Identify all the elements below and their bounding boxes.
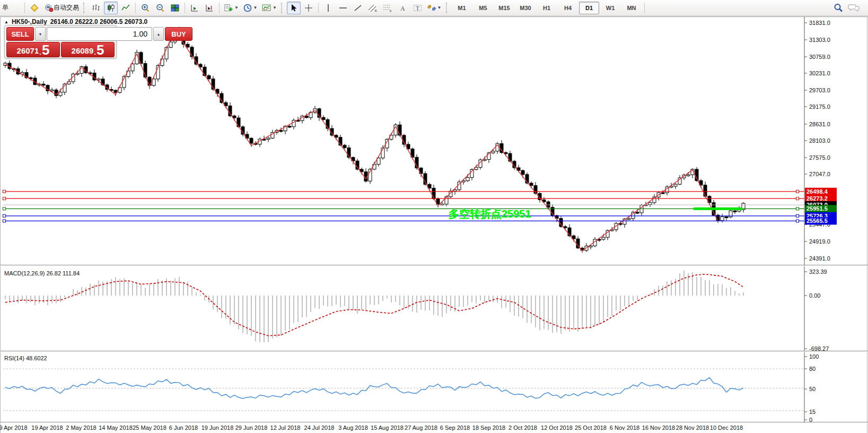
- trendline-tool-button[interactable]: [351, 2, 365, 14]
- dropdown-caret: ▼: [437, 5, 442, 10]
- buy-button[interactable]: BUY: [165, 27, 192, 41]
- alerts-button[interactable]: [28, 2, 41, 14]
- line-handle[interactable]: [3, 197, 6, 200]
- toolbar: 订单 自动交易: [0, 0, 868, 16]
- collapse-triangle-icon[interactable]: ▲: [4, 20, 8, 24]
- chart-shift-button[interactable]: [203, 2, 216, 14]
- volume-increase-button[interactable]: ▲: [153, 27, 164, 41]
- zoom-out-button[interactable]: [153, 2, 167, 14]
- vertical-line-tool-button[interactable]: [321, 2, 335, 14]
- zoom-out-icon: [156, 4, 165, 12]
- date-tick-label: 19 Jun 2018: [201, 425, 234, 431]
- sell-button[interactable]: SELL: [6, 27, 34, 41]
- date-tick-label: 9 Apr 2018: [0, 425, 28, 431]
- date-tick-label: 19 Apr 2018: [31, 425, 63, 431]
- indicators-button[interactable]: ▼: [260, 2, 278, 14]
- line-handle[interactable]: [796, 214, 799, 217]
- svg-text:F: F: [390, 9, 392, 12]
- date-tick-label: 29 Jun 2018: [235, 425, 268, 431]
- line-handle[interactable]: [796, 220, 799, 222]
- period-clock-button[interactable]: ▼: [241, 2, 259, 14]
- arrows-tool-button[interactable]: ▼: [425, 2, 443, 14]
- line-handle[interactable]: [796, 197, 799, 200]
- volume-input[interactable]: [47, 27, 152, 41]
- thick-green-trend-segment[interactable]: [694, 207, 742, 210]
- cursor-arrow-icon: [290, 4, 297, 12]
- auto-scroll-button[interactable]: [188, 2, 201, 14]
- arrow-shapes-icon: [427, 4, 436, 12]
- crosshair-icon: [304, 4, 313, 12]
- pane-separator[interactable]: [0, 265, 868, 265]
- pane-separator[interactable]: [0, 351, 868, 351]
- horizontal-line-tool-button[interactable]: [336, 2, 350, 14]
- search-button[interactable]: [831, 2, 845, 14]
- pane-separator-highlight: [0, 351, 868, 352]
- tile-windows-button[interactable]: [168, 2, 182, 14]
- channel-tool-button[interactable]: E: [366, 2, 380, 14]
- chart-plot-area[interactable]: [0, 16, 868, 433]
- separator: [644, 3, 645, 13]
- timeframe-button-m5[interactable]: M5: [473, 2, 493, 14]
- rsi-tick-label: 0: [809, 417, 812, 423]
- trendline-icon: [354, 4, 362, 12]
- ohlc-values-label: 26146.0 26222.0 26006.5 26073.0: [50, 18, 148, 25]
- macd-tick-label: 0.00: [809, 292, 820, 299]
- buy-price-button[interactable]: 26089 . 5: [61, 42, 115, 57]
- line-handle[interactable]: [796, 190, 799, 193]
- zoom-in-button[interactable]: [138, 2, 152, 14]
- candlestick-chart-button[interactable]: [104, 2, 118, 14]
- date-tick-label: 3 Aug 2018: [338, 425, 368, 431]
- line-handle[interactable]: [3, 190, 6, 193]
- date-tick-label: 6 Nov 2018: [610, 425, 639, 431]
- date-tick-label: 12 Jul 2018: [270, 425, 301, 431]
- horizontal-line-icon: [338, 4, 348, 12]
- auto-trading-button[interactable]: 自动交易: [42, 2, 81, 14]
- price-tick-label: 29703.0: [809, 87, 830, 93]
- price-tick-label: 27575.0: [809, 154, 830, 161]
- line-handle[interactable]: [796, 207, 799, 210]
- timeframe-button-m1[interactable]: M1: [452, 2, 472, 14]
- new-order-button[interactable]: ▼: [222, 2, 240, 14]
- level-price-axis-label: 26273.2: [806, 195, 828, 202]
- line-chart-button[interactable]: [119, 2, 133, 14]
- timeframe-button-h1[interactable]: H1: [537, 2, 557, 14]
- turning-point-annotation: 多空转折点25951: [449, 207, 531, 221]
- timeframe-button-h4[interactable]: H4: [558, 2, 578, 14]
- sell-price-button[interactable]: 26071 . 5: [6, 42, 60, 57]
- pane-separator[interactable]: [0, 422, 868, 422]
- timeframe-button-m15[interactable]: M15: [494, 2, 514, 14]
- search-icon: [834, 3, 843, 13]
- text-label-tool-button[interactable]: T: [410, 2, 424, 14]
- timeframe-button-m30[interactable]: M30: [515, 2, 536, 14]
- mt4-window: 订单 自动交易: [0, 0, 868, 433]
- price-tick-label: 30759.0: [809, 54, 830, 60]
- timeframe-button-w1[interactable]: W1: [600, 2, 620, 14]
- price-tick-label: 29175.0: [809, 103, 830, 110]
- separator: [318, 3, 319, 13]
- line-handle[interactable]: [3, 220, 6, 222]
- timeframe-button-mn[interactable]: MN: [621, 2, 642, 14]
- rsi-tick-label: 15: [809, 409, 816, 415]
- toolbar-grip: [281, 3, 284, 13]
- comments-button[interactable]: [846, 2, 861, 14]
- date-tick-label: 6 Jun 2018: [169, 425, 198, 431]
- text-tool-button[interactable]: A: [396, 2, 409, 14]
- cursor-tool-button[interactable]: [287, 2, 301, 14]
- date-axis: 9 Apr 201819 Apr 20182 May 201814 May 20…: [0, 425, 743, 431]
- separator: [24, 3, 25, 13]
- line-handle[interactable]: [3, 214, 6, 217]
- fibonacci-tool-button[interactable]: F: [381, 2, 394, 14]
- chart-canvas[interactable]: 31831.031303.030759.030231.029703.029175…: [0, 0, 868, 433]
- timeframe-button-d1[interactable]: D1: [579, 2, 599, 14]
- date-tick-label: 12 Oct 2018: [541, 425, 573, 431]
- volume-decrease-button[interactable]: ▼: [35, 27, 46, 41]
- date-tick-label: 2 May 2018: [66, 425, 96, 431]
- bar-chart-button[interactable]: [89, 2, 103, 14]
- price-tick-label: 28631.0: [809, 121, 830, 127]
- line-handle[interactable]: [3, 207, 6, 210]
- sell-price-dot: .: [39, 48, 41, 56]
- date-tick-label: 25 Oct 2018: [575, 425, 607, 431]
- crosshair-tool-button[interactable]: [302, 2, 315, 14]
- new-order-text-button[interactable]: 订单: [2, 2, 22, 14]
- trade-panel-price-row: 26071 . 5 26089 . 5: [6, 42, 115, 57]
